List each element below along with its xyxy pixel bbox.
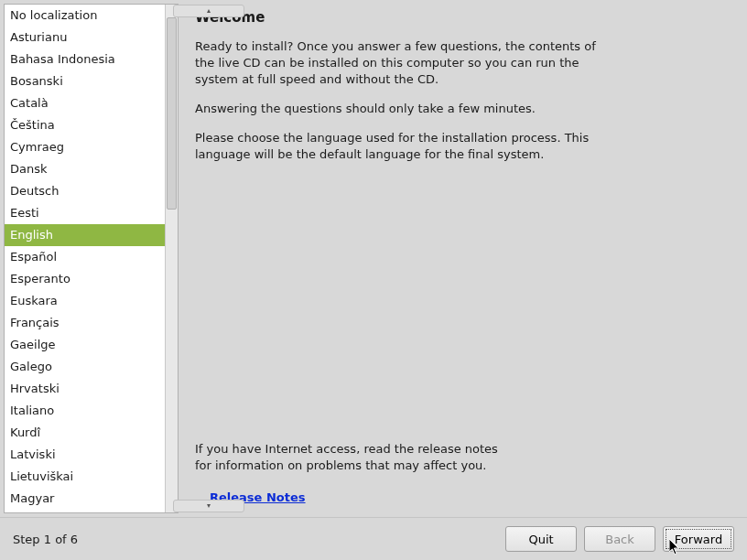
back-button[interactable]: Back (584, 526, 655, 552)
scroll-down-button[interactable]: ▾ (173, 500, 244, 512)
intro-para-3: Please choose the language used for the … (195, 130, 598, 163)
language-item[interactable]: Gaeilge (5, 334, 165, 356)
language-listbox-wrap: No localizationAsturianuBahasa Indonesia… (4, 4, 179, 513)
language-item[interactable]: Bahasa Indonesia (5, 48, 165, 70)
language-item[interactable]: Hrvatski (5, 378, 165, 400)
quit-button[interactable]: Quit (505, 526, 577, 552)
language-item[interactable]: English (5, 224, 165, 246)
language-item[interactable]: Italiano (5, 400, 165, 422)
language-item[interactable]: Dansk (5, 158, 165, 180)
language-listbox[interactable]: No localizationAsturianuBahasa Indonesia… (5, 5, 165, 512)
scroll-thumb[interactable] (167, 17, 177, 210)
language-scrollbar[interactable]: ▴ ▾ (165, 5, 178, 512)
intro-para-1: Ready to install? Once you answer a few … (195, 38, 598, 88)
language-item[interactable]: Català (5, 92, 165, 114)
forward-button[interactable]: Forward (663, 526, 734, 552)
footer-para: If you have Internet access, read the re… (195, 441, 506, 474)
language-item[interactable]: Čeština (5, 114, 165, 136)
language-item[interactable]: Deutsch (5, 180, 165, 202)
scroll-up-button[interactable]: ▴ (173, 5, 244, 17)
language-item[interactable]: Esperanto (5, 268, 165, 290)
main-column: Welcome Ready to install? Once you answe… (179, 0, 747, 517)
intro-para-2: Answering the questions should only take… (195, 101, 598, 117)
step-label: Step 1 of 6 (13, 533, 78, 546)
language-item[interactable]: Eesti (5, 202, 165, 224)
language-column: No localizationAsturianuBahasa Indonesia… (0, 0, 179, 517)
language-item[interactable]: Kurdî (5, 422, 165, 444)
language-item[interactable]: Español (5, 246, 165, 268)
language-item[interactable]: Cymraeg (5, 136, 165, 158)
content-row: No localizationAsturianuBahasa Indonesia… (0, 0, 747, 517)
page-title: Welcome (195, 9, 731, 26)
language-item[interactable]: Latviski (5, 444, 165, 466)
language-item[interactable]: Galego (5, 356, 165, 378)
language-item[interactable]: Euskara (5, 290, 165, 312)
release-notes-link[interactable]: Release Notes (210, 490, 731, 504)
language-item[interactable]: No localization (5, 5, 165, 27)
language-item[interactable]: Français (5, 312, 165, 334)
installer-window: No localizationAsturianuBahasa Indonesia… (0, 0, 747, 560)
language-item[interactable]: Nederlands (5, 510, 165, 512)
language-item[interactable]: Lietuviškai (5, 466, 165, 488)
language-item[interactable]: Asturianu (5, 27, 165, 48)
spacer (195, 176, 731, 441)
language-item[interactable]: Bosanski (5, 70, 165, 92)
language-item[interactable]: Magyar (5, 488, 165, 510)
footer-bar: Step 1 of 6 Quit Back Forward (0, 518, 747, 560)
